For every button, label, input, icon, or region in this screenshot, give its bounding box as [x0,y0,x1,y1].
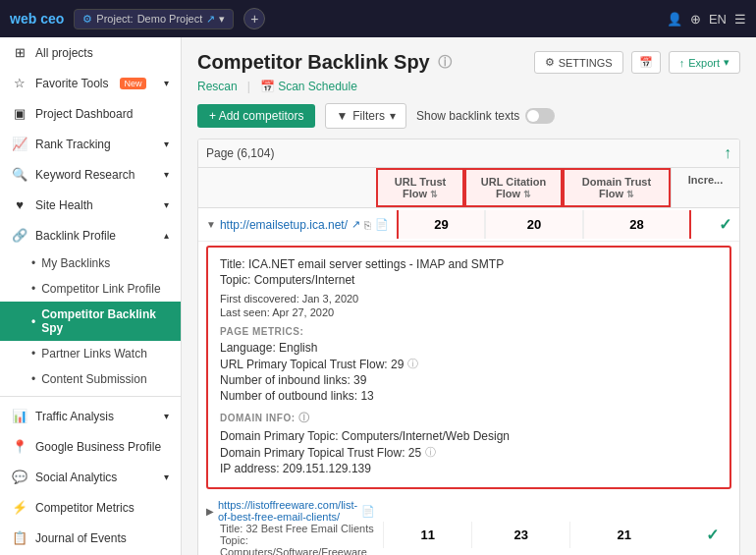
sidebar-item-all-projects[interactable]: ⊞ All projects [0,37,181,68]
page-title: Competitor Backlink Spy ⓘ [197,51,452,74]
sidebar-label-all-projects: All projects [35,46,93,60]
user-icon[interactable]: 👤 [667,12,682,27]
chevron-export: ▾ [724,56,729,69]
sidebar-label-competitor-link-profile: Competitor Link Profile [41,282,160,296]
sidebar-item-backlink-profile[interactable]: 🔗 Backlink Profile ▴ [0,220,181,250]
col-url-trust-label: URL Trust Flow [395,176,446,199]
row1-url-link[interactable]: http://emailsetup.ica.net/ [220,218,348,232]
col-incr-label: Incre... [688,174,723,186]
detail-url-topical: URL Primary Topical Trust Flow: 29 ⓘ [220,357,718,371]
calendar-icon-small: 📅 [260,80,275,93]
info-icon-dtf-detail[interactable]: ⓘ [425,445,436,460]
row2-doc-icon[interactable]: 📄 [361,505,375,518]
row2-expand-icon[interactable]: ▶ [206,506,214,517]
sort-icon-ucf[interactable]: ⇅ [523,190,531,199]
info-icon-utf[interactable]: ⓘ [407,357,418,371]
sidebar-item-content-submission[interactable]: • Content Submission [0,366,181,392]
sort-icon-utf[interactable]: ⇅ [430,190,438,199]
chevron-icon: ▾ [164,78,169,88]
row1-utf-cell: 29 [397,210,485,239]
detail-language: Language: English [220,341,718,355]
sort-icon-dtf[interactable]: ⇅ [626,190,634,199]
filters-button[interactable]: ▼ Filters ▾ [325,103,406,129]
sidebar-item-competitor-metrics[interactable]: ⚡ Competitor Metrics [0,492,181,523]
sidebar-item-site-health[interactable]: ♥ Site Health ▾ [0,190,181,220]
dot-icon: • [31,256,35,270]
journal-icon: 📋 [12,530,27,545]
sidebar-item-journal-events[interactable]: 📋 Journal of Events [0,523,181,553]
new-badge: New [120,78,145,89]
help-icon[interactable]: ⊕ [690,12,701,27]
sidebar-item-rank-tracking[interactable]: 📈 Rank Tracking ▾ [0,129,181,159]
scan-schedule-text: Scan Schedule [278,80,357,93]
external-link-icon: ↗ [206,13,215,26]
sidebar-item-competitor-link-profile[interactable]: • Competitor Link Profile [0,276,181,302]
detail-outbound: Number of outbound links: 13 [220,389,718,403]
project-selector[interactable]: ⚙ Project: Demo Project ↗ ▾ [74,9,234,29]
logo-web: web [10,11,36,27]
sidebar-label-content-submission: Content Submission [41,372,146,386]
domain-info-label-text: DOMAIN INFO: [220,413,296,423]
search-icon: 🔍 [12,167,27,182]
sidebar-label-favorite-tools: Favorite Tools [35,77,108,90]
export-button[interactable]: ↑ Export ▾ [669,51,740,74]
sidebar-item-competitor-backlink-spy[interactable]: • Competitor Backlink Spy [0,302,181,341]
add-competitors-button[interactable]: + Add competitors [197,104,315,128]
row2-url-link[interactable]: https://listoffreeware.com/list-of-best-… [218,499,357,523]
page-title-text: Competitor Backlink Spy [197,51,430,74]
sidebar-item-social-analytics[interactable]: 💬 Social Analytics ▾ [0,462,181,492]
separator: | [247,80,250,93]
filter-icon: ▼ [336,109,348,123]
sidebar-label-journal-events: Journal of Events [35,531,127,545]
rescan-link[interactable]: Rescan [197,80,238,93]
row2-ucf-cell: 23 [471,522,569,548]
col-ucf-label: URL Citation Flow [481,176,546,199]
row1-doc-icon[interactable]: 📄 [375,218,389,231]
sidebar: ⊞ All projects ☆ Favorite Tools New ▾ ▣ … [0,37,182,555]
red-arrow-icon: ← [735,355,740,380]
row1-external-link-icon[interactable]: ↗ [351,218,360,231]
row1-ucf-cell: 20 [485,210,583,239]
row1-copy-icon[interactable]: ⎘ [364,219,371,231]
col-dtf-label: Domain Trust Flow [582,176,651,199]
row1-dtf-cell: 28 [583,210,691,239]
sidebar-item-keyword-research[interactable]: 🔍 Keyword Research ▾ [0,159,181,190]
chevron-icon-ta: ▾ [164,411,169,421]
sidebar-label-competitor-backlink-spy: Competitor Backlink Spy [41,307,169,335]
table-container: Page (6,104) ↑ URL Trust Flow ⇅ URL Cita… [197,139,740,555]
sidebar-item-traffic-analysis[interactable]: 📊 Traffic Analysis ▾ [0,401,181,431]
add-project-button[interactable]: + [243,8,265,29]
sidebar-item-partner-links-watch[interactable]: • Partner Links Watch [0,341,181,366]
row1-checkmark-icon: ✓ [719,216,731,233]
col-header-incr: Incre... [671,168,739,207]
chevron-filter: ▾ [390,109,396,123]
table-row: ▶ https://listoffreeware.com/list-of-bes… [198,493,739,555]
scroll-up-icon[interactable]: ↑ [724,144,731,162]
dot-icon-3: • [31,314,35,328]
project-icon: ⚙ [82,13,92,26]
settings-button[interactable]: ⚙ SETTINGS [534,51,623,74]
chevron-icon-kw: ▾ [164,169,169,180]
backlink-texts-toggle[interactable] [525,108,555,124]
subheader: Rescan | 📅 Scan Schedule [197,80,740,93]
detail-inbound: Number of inbound links: 39 [220,373,718,387]
info-icon[interactable]: ⓘ [438,54,452,72]
calendar-icon: 📅 [639,56,653,68]
info-icon-domain[interactable]: ⓘ [298,412,310,423]
table-row: ▼ http://emailsetup.ica.net/ ↗ ⎘ 📄 29 20… [198,208,739,242]
sidebar-label-keyword-research: Keyword Research [35,168,135,182]
chevron-icon-bp: ▴ [164,230,169,241]
sidebar-item-favorite-tools[interactable]: ☆ Favorite Tools New ▾ [0,68,181,98]
sidebar-item-project-dashboard[interactable]: ▣ Project Dashboard [0,98,181,129]
settings-btn-label: SETTINGS [559,57,613,69]
scan-schedule-link[interactable]: 📅 Scan Schedule [260,80,357,93]
calendar-button[interactable]: 📅 [631,51,661,74]
sidebar-item-google-business[interactable]: 📍 Google Business Profile [0,431,181,462]
dashboard-icon: ▣ [12,106,27,121]
lang-selector[interactable]: EN [709,12,727,27]
google-icon: 📍 [12,439,27,454]
row2-dtf-cell: 21 [569,522,677,548]
menu-icon[interactable]: ☰ [734,12,746,27]
sidebar-item-my-backlinks[interactable]: • My Backlinks [0,250,181,276]
row1-collapse-icon[interactable]: ▼ [206,219,216,230]
